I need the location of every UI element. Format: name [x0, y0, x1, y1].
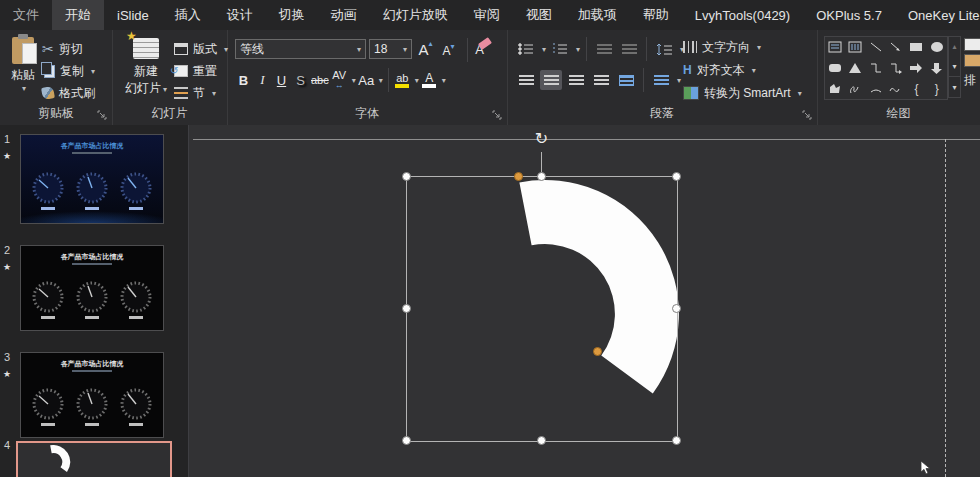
clear-formatting-button[interactable]: A — [471, 38, 488, 60]
shape-fill-swatch[interactable] — [964, 38, 980, 51]
shape-elbow-arrow-connector[interactable] — [886, 58, 906, 79]
columns-dropdown-icon[interactable]: ▾ — [677, 76, 681, 85]
shape-line[interactable] — [866, 37, 886, 58]
menu-view[interactable]: 视图 — [513, 0, 565, 30]
reset-button[interactable]: 重置 — [174, 61, 217, 81]
text-direction-button[interactable]: 文字方向 ▾ — [683, 37, 761, 57]
handle-top-right[interactable] — [672, 172, 681, 181]
shape-curve[interactable] — [886, 78, 906, 99]
shape-textbox-horizontal[interactable] — [825, 37, 845, 58]
font-size-select[interactable]: 18 ▾ — [369, 39, 412, 59]
gallery-more-icon[interactable]: ▾ — [949, 76, 960, 97]
shape-freeform[interactable] — [825, 78, 845, 99]
align-left-button[interactable] — [515, 70, 537, 90]
convert-smartart-button[interactable]: 转换为 SmartArt ▾ — [683, 83, 802, 103]
handle-top-left[interactable] — [402, 172, 411, 181]
shape-left-brace[interactable]: { — [906, 78, 926, 99]
shape-triangle[interactable] — [845, 58, 865, 79]
line-spacing-button[interactable] — [653, 39, 675, 59]
clipboard-dialog-launcher[interactable] — [97, 110, 107, 120]
italic-button[interactable]: I — [254, 69, 271, 91]
shape-rectangle[interactable] — [906, 37, 926, 58]
shape-outline-swatch[interactable] — [964, 54, 980, 67]
bullets-dropdown-icon[interactable]: ▾ — [542, 45, 546, 54]
font-family-dropdown-icon[interactable]: ▾ — [357, 45, 361, 54]
distribute-text-button[interactable] — [615, 70, 637, 90]
menu-transitions[interactable]: 切换 — [266, 0, 318, 30]
menu-islide[interactable]: iSlide — [104, 0, 162, 30]
case-dropdown-icon[interactable]: ▾ — [379, 76, 383, 85]
strikethrough-button[interactable]: abc — [311, 69, 329, 91]
paste-button[interactable]: 粘贴 ▾ — [4, 37, 42, 93]
font-family-select[interactable]: 等线 ▾ — [235, 39, 366, 59]
text-shadow-button[interactable]: S — [292, 69, 309, 91]
handle-bottom-right[interactable] — [672, 436, 681, 445]
menu-insert[interactable]: 插入 — [162, 0, 214, 30]
format-painter-button[interactable]: 格式刷 — [42, 83, 95, 103]
shape-oval[interactable] — [927, 37, 947, 58]
copy-dropdown-icon[interactable]: ▾ — [91, 67, 95, 76]
character-spacing-button[interactable]: AV ↔ — [331, 69, 348, 91]
menu-file[interactable]: 文件 — [0, 0, 52, 30]
shape-right-arrow[interactable] — [906, 58, 926, 79]
underline-button[interactable]: U — [273, 69, 290, 91]
slide-3-thumbnail[interactable]: 各产品市场占比情况 — [20, 352, 164, 438]
font-color-button[interactable]: A — [421, 69, 438, 91]
align-right-button[interactable] — [565, 70, 587, 90]
section-dropdown-icon[interactable]: ▾ — [212, 89, 216, 98]
numbering-dropdown-icon[interactable]: ▾ — [576, 45, 580, 54]
shape-arrow[interactable] — [886, 37, 906, 58]
highlight-dropdown-icon[interactable]: ▾ — [415, 76, 419, 85]
text-direction-dropdown-icon[interactable]: ▾ — [757, 43, 761, 52]
decrease-indent-button[interactable] — [593, 39, 615, 59]
menu-home[interactable]: 开始 — [52, 0, 104, 30]
menu-design[interactable]: 设计 — [214, 0, 266, 30]
slide-canvas[interactable]: ↻ — [189, 125, 980, 477]
font-dialog-launcher[interactable] — [492, 110, 502, 120]
font-size-dropdown-icon[interactable]: ▾ — [403, 45, 407, 54]
shape-textbox-vertical[interactable] — [845, 37, 865, 58]
shape-rounded-rectangle[interactable] — [825, 58, 845, 79]
paste-dropdown-icon[interactable]: ▾ — [22, 84, 26, 93]
change-case-button[interactable]: Aa — [358, 69, 375, 91]
shape-right-brace[interactable]: } — [927, 78, 947, 99]
arrange-button[interactable]: 排 — [964, 72, 976, 89]
handle-top-middle[interactable] — [537, 172, 546, 181]
numbering-button[interactable] — [549, 39, 571, 59]
slide-1-thumbnail[interactable]: 各产品市场占比情况 — [20, 134, 164, 224]
menu-help[interactable]: 帮助 — [630, 0, 682, 30]
gallery-up-icon[interactable]: ▴ — [949, 37, 960, 57]
align-text-button[interactable]: H 对齐文本 ▾ — [683, 60, 756, 80]
layout-button[interactable]: 版式 ▾ — [174, 39, 228, 59]
copy-button[interactable]: 复制 ▾ — [42, 61, 95, 81]
menu-addins[interactable]: 加载项 — [565, 0, 630, 30]
align-text-dropdown-icon[interactable]: ▾ — [752, 66, 756, 75]
menu-onekey[interactable]: OneKey Lite — [895, 0, 980, 30]
menu-okplus[interactable]: OKPlus 5.7 — [803, 0, 895, 30]
increase-indent-button[interactable] — [618, 39, 640, 59]
adjust-handle-end[interactable] — [593, 347, 602, 356]
shape-scribble[interactable] — [845, 78, 865, 99]
bullets-button[interactable] — [515, 39, 537, 59]
cut-button[interactable]: ✂ 剪切 — [42, 39, 83, 59]
align-center-button[interactable] — [540, 70, 562, 90]
adjust-handle-start[interactable] — [514, 172, 523, 181]
slide-4-thumbnail-selected[interactable] — [16, 441, 172, 477]
menu-slideshow[interactable]: 幻灯片放映 — [370, 0, 461, 30]
smartart-dropdown-icon[interactable]: ▾ — [798, 89, 802, 98]
decrease-font-button[interactable]: A▾ — [440, 40, 457, 62]
handle-bottom-middle[interactable] — [537, 436, 546, 445]
slide-2-thumbnail[interactable]: 各产品市场占比情况 — [20, 245, 164, 331]
paragraph-dialog-launcher[interactable] — [802, 110, 812, 120]
menu-review[interactable]: 审阅 — [461, 0, 513, 30]
new-slide-button[interactable]: 新建 幻灯片▾ — [122, 38, 170, 97]
columns-button[interactable] — [650, 70, 672, 90]
shape-arc[interactable] — [866, 78, 886, 99]
handle-bottom-left[interactable] — [402, 436, 411, 445]
bold-button[interactable]: B — [235, 69, 252, 91]
font-color-dropdown-icon[interactable]: ▾ — [442, 76, 446, 85]
shape-elbow-connector[interactable] — [866, 58, 886, 79]
highlight-button[interactable]: ab — [394, 69, 411, 91]
shape-down-arrow[interactable] — [927, 58, 947, 79]
handle-middle-right[interactable] — [672, 304, 681, 313]
